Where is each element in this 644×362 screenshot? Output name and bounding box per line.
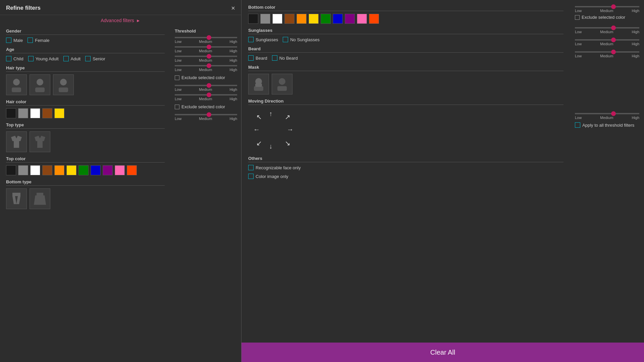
bottomcolor-black[interactable] — [248, 14, 258, 24]
bottomcolor-brown[interactable] — [284, 14, 294, 24]
haircolor-black[interactable] — [6, 108, 16, 118]
bottomcolor-purple[interactable] — [345, 14, 355, 24]
haircolor-gray[interactable] — [18, 108, 28, 118]
recognizable-face-checkbox[interactable] — [248, 165, 254, 170]
bottomcolor-blue[interactable] — [333, 14, 343, 24]
direction-up[interactable]: ↑ — [269, 110, 272, 118]
right-slider-thumb-3[interactable] — [611, 38, 616, 42]
right-slider-track-3[interactable] — [575, 39, 639, 41]
topcolor-pink[interactable] — [115, 165, 125, 175]
slider-thumb-5[interactable] — [207, 83, 211, 88]
bottomcolor-pink[interactable] — [357, 14, 367, 24]
age-youngadult-checkbox[interactable] — [28, 56, 34, 61]
slider-track-7[interactable] — [175, 114, 237, 115]
gender-male-item[interactable]: Male — [6, 38, 23, 43]
beard-no-item[interactable]: No Beard — [272, 55, 298, 61]
right-slider-thumb-1[interactable] — [611, 4, 616, 9]
exclude-haircolor-checkbox[interactable] — [175, 75, 179, 80]
recognizable-face-item[interactable]: Recognizable face only — [248, 165, 564, 170]
topcolor-blue[interactable] — [91, 165, 101, 175]
topcolor-purple[interactable] — [103, 165, 113, 175]
advanced-filters-link[interactable]: Advanced filters — [101, 18, 134, 23]
apply-all-checkbox[interactable] — [575, 122, 580, 128]
haircolor-yellow[interactable] — [54, 108, 64, 118]
age-child-item[interactable]: Child — [6, 56, 23, 61]
bottomcolor-orange[interactable] — [297, 14, 307, 24]
close-button[interactable]: × — [231, 5, 235, 11]
slider-track-1[interactable] — [175, 37, 237, 38]
topcolor-white[interactable] — [30, 165, 40, 175]
age-senior-item[interactable]: Senior — [85, 56, 105, 61]
beard-no-checkbox[interactable] — [272, 55, 277, 61]
hairtype-icon-3[interactable] — [53, 74, 74, 95]
direction-upleft[interactable]: ↖ — [256, 113, 262, 121]
exclude-topcolor-checkbox[interactable] — [175, 105, 179, 109]
right-slider-track-2[interactable] — [575, 27, 639, 28]
topcolor-red[interactable] — [127, 165, 137, 175]
hairtype-icon-2[interactable] — [30, 74, 50, 95]
age-senior-checkbox[interactable] — [85, 56, 91, 61]
age-adult-item[interactable]: Adult — [63, 56, 81, 61]
bottomcolor-red[interactable] — [369, 14, 379, 24]
beard-yes-checkbox[interactable] — [248, 55, 254, 61]
sunglasses-no-checkbox[interactable] — [283, 37, 288, 42]
right-slider-track-1[interactable] — [575, 6, 639, 7]
direction-down[interactable]: ↓ — [269, 142, 272, 150]
topcolor-gray[interactable] — [18, 165, 28, 175]
haircolor-white[interactable] — [30, 108, 40, 118]
slider-track-2[interactable] — [175, 46, 237, 48]
mask-icon-1[interactable] — [248, 74, 269, 95]
right-slider-track-4[interactable] — [575, 51, 639, 53]
topcolor-orange[interactable] — [54, 165, 64, 175]
clear-all-button[interactable]: Clear All — [241, 343, 644, 362]
direction-downleft[interactable]: ↙ — [256, 139, 262, 147]
topcolor-black[interactable] — [6, 165, 16, 175]
exclude-bottomcolor-checkbox[interactable] — [575, 15, 580, 20]
direction-upright[interactable]: ↗ — [285, 113, 290, 121]
gender-female-item[interactable]: Female — [28, 38, 49, 43]
bottomcolor-gray[interactable] — [260, 14, 270, 24]
direction-downright[interactable]: ↘ — [285, 139, 290, 147]
age-adult-checkbox[interactable] — [63, 56, 69, 61]
bottomcolor-white[interactable] — [272, 14, 282, 24]
sunglasses-no-item[interactable]: No Sunglasses — [283, 37, 319, 42]
color-image-item[interactable]: Color image only — [248, 174, 564, 179]
slider-thumb-6[interactable] — [207, 93, 211, 97]
direction-right[interactable]: → — [287, 126, 293, 133]
right-slider-track-5[interactable] — [575, 113, 639, 114]
gender-male-checkbox[interactable] — [6, 38, 11, 43]
sunglasses-yes-checkbox[interactable] — [248, 37, 254, 42]
haircolor-brown[interactable] — [42, 108, 52, 118]
bottomcolor-yellow[interactable] — [309, 14, 319, 24]
slider-thumb-7[interactable] — [207, 112, 211, 117]
bottomcolor-green[interactable] — [321, 14, 331, 24]
toptype-icon-1[interactable] — [6, 131, 27, 152]
slider-thumb-3[interactable] — [207, 54, 211, 59]
direction-left[interactable]: ← — [253, 126, 260, 133]
mask-icon-2[interactable] — [272, 74, 292, 95]
slider-thumb-4[interactable] — [207, 63, 211, 68]
topcolor-green[interactable] — [78, 165, 89, 175]
age-youngadult-item[interactable]: Young Adult — [28, 56, 59, 61]
beard-yes-item[interactable]: Beard — [248, 55, 267, 61]
topcolor-brown[interactable] — [42, 165, 52, 175]
slider-track-6[interactable] — [175, 94, 237, 96]
right-slider-thumb-5[interactable] — [611, 111, 616, 116]
right-slider-thumb-2[interactable] — [611, 25, 616, 30]
bottomtype-icon-2[interactable] — [30, 188, 50, 209]
slider-track-3[interactable] — [175, 56, 237, 57]
play-icon[interactable]: ► — [136, 18, 141, 23]
slider-thumb-2[interactable] — [207, 45, 211, 49]
gender-female-checkbox[interactable] — [28, 38, 33, 43]
slider-track-5[interactable] — [175, 85, 237, 86]
right-slider-thumb-4[interactable] — [611, 50, 616, 54]
sunglasses-yes-item[interactable]: Sunglasses — [248, 37, 278, 42]
slider-track-4[interactable] — [175, 65, 237, 66]
toptype-icon-2[interactable] — [30, 131, 50, 152]
hairtype-icon-1[interactable] — [6, 74, 27, 95]
bottomtype-icon-1[interactable] — [6, 188, 27, 209]
color-image-checkbox[interactable] — [248, 174, 254, 179]
age-child-checkbox[interactable] — [6, 56, 11, 61]
slider-thumb-1[interactable] — [207, 35, 211, 40]
topcolor-yellow[interactable] — [66, 165, 76, 175]
